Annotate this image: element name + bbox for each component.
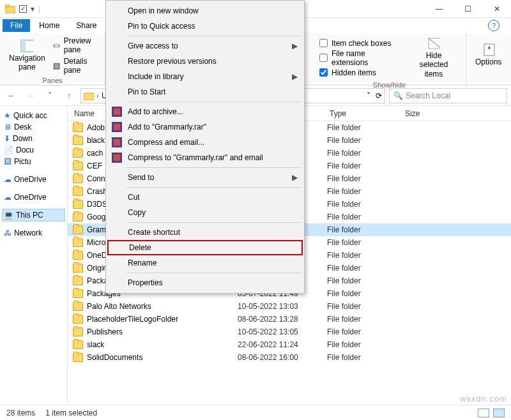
menu-item-compress-and-email-[interactable]: Compress and email... xyxy=(107,135,303,150)
folder-icon xyxy=(73,353,83,362)
folder-icon xyxy=(84,91,94,100)
folder-icon xyxy=(73,276,83,285)
file-name-extensions-checkbox[interactable]: File name extensions xyxy=(319,49,403,68)
folder-icon xyxy=(73,123,83,132)
menu-item-add-to-grammarly-rar-[interactable]: Add to "Grammarly.rar" xyxy=(107,119,303,135)
cloud-icon: ☁ xyxy=(4,193,11,202)
column-size[interactable]: Size xyxy=(399,109,456,118)
svg-rect-1 xyxy=(5,4,9,7)
folder-icon xyxy=(73,327,83,336)
list-item[interactable]: slack22-06-2022 11:24File folder xyxy=(68,338,511,351)
options-icon xyxy=(482,43,495,56)
star-icon: ★ xyxy=(4,111,11,120)
picture-icon: 🖼 xyxy=(4,157,11,166)
winrar-icon xyxy=(111,137,123,148)
tree-node-onedrive[interactable]: ☁OneDrive xyxy=(3,174,65,185)
list-item[interactable]: SolidDocuments08-06-2022 16:00File folde… xyxy=(68,351,511,364)
minimize-button[interactable]: — xyxy=(425,0,454,18)
context-menu[interactable]: Open in new windowPin to Quick accessGiv… xyxy=(105,0,305,294)
status-selection: 1 item selected xyxy=(45,409,97,417)
up-button[interactable]: ↑ xyxy=(61,88,77,103)
qat-checkbox-icon[interactable]: ✓ xyxy=(19,5,27,13)
svg-rect-14 xyxy=(114,139,120,146)
navigation-pane-button[interactable]: Navigation pane xyxy=(6,36,48,75)
tree-node-pictu[interactable]: 🖼Pictu xyxy=(3,156,65,167)
menu-item-include-in-library[interactable]: Include in library▶ xyxy=(107,69,303,84)
refresh-button[interactable]: ⟳ xyxy=(376,91,382,100)
tab-file[interactable]: File xyxy=(3,19,30,32)
folder-icon xyxy=(73,174,83,183)
tree-node-desk[interactable]: 🖥Desk xyxy=(3,121,65,133)
menu-item-properties[interactable]: Properties xyxy=(107,275,303,290)
folder-icon xyxy=(73,238,83,247)
menu-item-send-to[interactable]: Send to▶ xyxy=(107,170,303,185)
menu-item-copy[interactable]: Copy xyxy=(107,205,303,220)
menu-item-give-access-to[interactable]: Give access to▶ xyxy=(107,38,303,54)
hide-selected-items-button[interactable]: Hide selected items xyxy=(408,36,459,80)
folder-icon xyxy=(73,315,83,324)
list-item[interactable]: PlaceholderTileLogoFolder08-06-2022 13:2… xyxy=(68,313,511,326)
svg-point-7 xyxy=(488,47,491,49)
list-item[interactable]: Publishers10-05-2022 13:05File folder xyxy=(68,326,511,338)
network-icon: 🖧 xyxy=(4,229,11,237)
folder-icon xyxy=(73,187,83,196)
item-check-boxes-checkbox[interactable]: Item check boxes xyxy=(319,38,403,49)
tree-node-onedrive[interactable]: ☁OneDrive xyxy=(3,191,65,203)
recent-locations-button[interactable]: ˅ xyxy=(42,88,57,103)
column-type[interactable]: Type xyxy=(323,109,399,118)
menu-separator xyxy=(126,36,301,36)
folder-icon xyxy=(73,213,83,221)
details-pane-icon: ▤ xyxy=(53,61,60,70)
menu-item-delete[interactable]: Delete xyxy=(107,240,303,255)
preview-pane-icon: ▭ xyxy=(53,41,60,50)
menu-item-open-in-new-window[interactable]: Open in new window xyxy=(107,3,303,19)
details-pane-button[interactable]: ▤Details pane xyxy=(53,56,98,75)
desktop-icon: 🖥 xyxy=(4,123,11,131)
pc-icon: 💻 xyxy=(4,211,13,220)
folder-icon xyxy=(73,289,83,298)
menu-item-create-shortcut[interactable]: Create shortcut xyxy=(107,225,303,240)
menu-item-pin-to-start[interactable]: Pin to Start xyxy=(107,84,303,100)
close-button[interactable]: ✕ xyxy=(482,0,511,18)
menu-item-rename[interactable]: Rename xyxy=(107,255,303,271)
tree-node-quick-acc[interactable]: ★Quick acc xyxy=(3,110,65,121)
hidden-items-checkbox[interactable]: Hidden items xyxy=(319,68,403,78)
winrar-icon xyxy=(111,152,123,163)
preview-pane-button[interactable]: ▭Preview pane xyxy=(53,36,98,55)
maximize-button[interactable]: ☐ xyxy=(454,0,482,18)
tab-share[interactable]: Share xyxy=(68,19,104,32)
folder-icon xyxy=(73,225,83,234)
list-item[interactable]: Palo Alto Networks10-05-2022 13:03File f… xyxy=(68,300,511,313)
submenu-arrow-icon: ▶ xyxy=(292,173,298,182)
options-button[interactable]: Options xyxy=(473,36,504,75)
address-dropdown-button[interactable]: ˅ xyxy=(367,91,370,100)
view-details-button[interactable] xyxy=(478,409,489,417)
menu-item-add-to-archive-[interactable]: Add to archive... xyxy=(107,104,303,119)
search-box[interactable]: 🔍 Search Local xyxy=(389,88,507,103)
cloud-icon: ☁ xyxy=(4,175,11,184)
tree-node-network[interactable]: 🖧Network xyxy=(3,227,65,239)
tab-home[interactable]: Home xyxy=(31,19,67,32)
view-large-icons-button[interactable] xyxy=(493,409,505,417)
menu-item-restore-previous-versions[interactable]: Restore previous versions xyxy=(107,54,303,69)
back-button[interactable]: ← xyxy=(4,88,19,103)
doc-icon: 📄 xyxy=(4,146,13,154)
qat-dropdown-icon[interactable]: ▾ xyxy=(31,4,34,13)
svg-rect-6 xyxy=(484,44,494,56)
menu-item-pin-to-quick-access[interactable]: Pin to Quick access xyxy=(107,19,303,34)
folder-icon xyxy=(73,161,83,170)
svg-rect-3 xyxy=(21,40,26,52)
status-bar: 28 items 1 item selected xyxy=(0,405,511,420)
submenu-arrow-icon: ▶ xyxy=(292,72,298,81)
svg-rect-0 xyxy=(5,6,15,13)
tree-node-docu[interactable]: 📄Docu xyxy=(3,144,65,156)
tree-node-down[interactable]: ⬇Down xyxy=(3,133,65,144)
navigation-tree[interactable]: ★Quick acc🖥Desk⬇Down📄Docu🖼Pictu☁OneDrive… xyxy=(0,106,68,405)
menu-item-cut[interactable]: Cut xyxy=(107,190,303,205)
help-button[interactable]: ? xyxy=(488,20,500,31)
forward-button[interactable]: → xyxy=(23,88,38,103)
folder-icon xyxy=(73,302,83,311)
menu-separator xyxy=(126,273,301,273)
menu-item-compress-to-grammarly-rar-and-email[interactable]: Compress to "Grammarly.rar" and email xyxy=(107,150,303,165)
tree-node-this-pc[interactable]: 💻This PC xyxy=(3,209,65,221)
